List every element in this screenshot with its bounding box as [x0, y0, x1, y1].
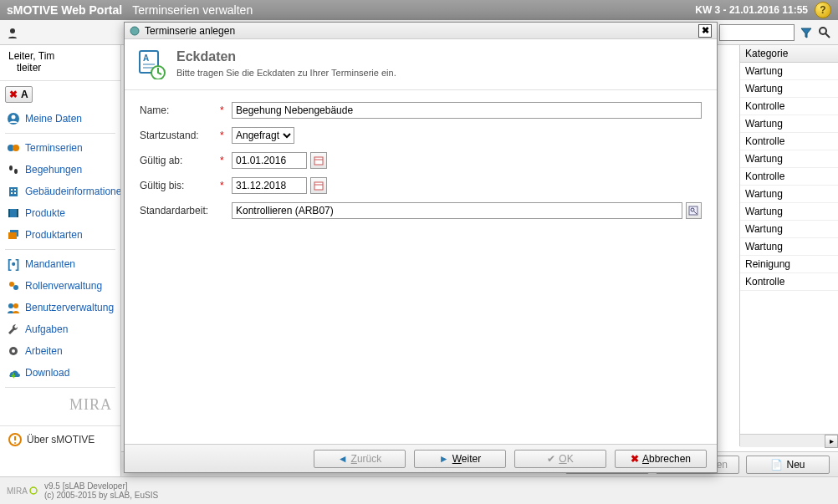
cancel-icon: ✖	[631, 453, 639, 465]
ok-label: OK	[559, 453, 573, 465]
lookup-icon[interactable]	[686, 202, 702, 219]
back-button[interactable]: ◄Zurück	[314, 450, 406, 468]
gueltig-bis-input[interactable]	[232, 177, 307, 194]
arrow-left-icon: ◄	[338, 453, 348, 465]
start-label: Startzustand:	[140, 130, 220, 141]
modal-overlay: Terminserie anlegen ✖ A Eckdaten Bitte t…	[0, 0, 838, 504]
gueltig-ab-label: Gültig ab:	[140, 155, 220, 166]
modal-subtitle: Bitte tragen Sie die Eckdaten zu Ihrer T…	[176, 68, 396, 78]
name-input[interactable]	[232, 102, 702, 119]
required-marker: *	[220, 104, 232, 116]
back-label: Zurück	[351, 453, 382, 465]
modal-heading: Eckdaten	[176, 49, 396, 64]
standard-label: Standardarbeit:	[140, 205, 220, 216]
wizard-icon: A	[136, 49, 166, 79]
cancel-button[interactable]: ✖Abbrechen	[615, 450, 707, 468]
svg-rect-36	[314, 157, 323, 165]
modal-titlebar[interactable]: Terminserie anlegen ✖	[125, 23, 717, 39]
gueltig-bis-label: Gültig bis:	[140, 180, 220, 191]
start-select[interactable]: Angefragt	[232, 127, 294, 144]
modal-header: A Eckdaten Bitte tragen Sie die Eckdaten…	[125, 39, 717, 90]
globe-icon	[130, 26, 140, 36]
modal-title-text: Terminserie anlegen	[145, 25, 235, 37]
cancel-label: Abbrechen	[642, 453, 691, 465]
svg-text:A: A	[143, 53, 149, 63]
next-button[interactable]: ►Weiter	[414, 450, 506, 468]
modal-footer: ◄Zurück ►Weiter ✔OK ✖Abbrechen	[125, 444, 717, 472]
close-icon[interactable]: ✖	[698, 24, 712, 38]
standard-input[interactable]	[232, 202, 682, 219]
modal-form: Name: * Startzustand: * Angefragt Gültig…	[125, 90, 717, 239]
modal-dialog: Terminserie anlegen ✖ A Eckdaten Bitte t…	[124, 22, 718, 473]
name-label: Name:	[140, 104, 220, 116]
next-label: Weiter	[452, 453, 481, 465]
check-icon: ✔	[547, 453, 555, 465]
gueltig-ab-input[interactable]	[232, 152, 307, 169]
calendar-icon[interactable]	[310, 177, 327, 194]
svg-rect-38	[314, 182, 323, 190]
svg-point-30	[130, 27, 139, 35]
calendar-icon[interactable]	[310, 152, 327, 169]
arrow-right-icon: ►	[439, 453, 449, 465]
ok-button[interactable]: ✔OK	[514, 450, 606, 468]
